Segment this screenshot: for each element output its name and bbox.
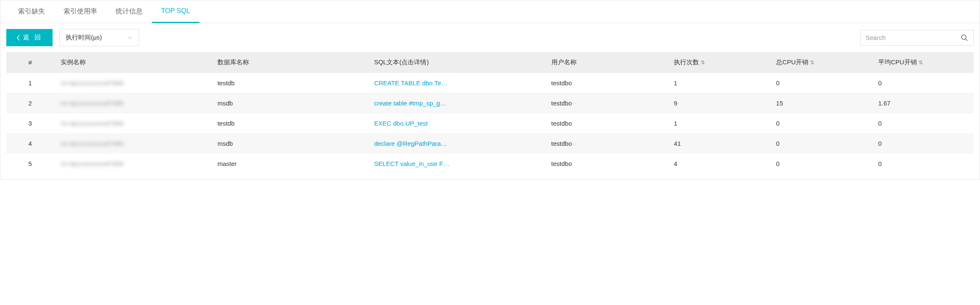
tab-top-sql[interactable]: TOP SQL: [152, 0, 199, 23]
col-header-cpu-total[interactable]: 总CPU开销⇅: [769, 52, 871, 73]
cell-sql[interactable]: SELECT value_in_use F…: [367, 154, 544, 174]
cell-instance: rm-bp1xxxxxxxv87889: [54, 73, 211, 93]
col-header-cpu-avg[interactable]: 平均CPU开销⇅: [871, 52, 974, 73]
back-button[interactable]: 返 回: [6, 29, 53, 46]
metric-select[interactable]: 执行时间(μs): [59, 29, 139, 46]
cell-cpu-avg: 0: [871, 73, 974, 93]
cell-sql[interactable]: declare @RegPathPara…: [367, 134, 544, 154]
cell-exec-count: 4: [667, 154, 769, 174]
cell-cpu-avg: 0: [871, 134, 974, 154]
chevron-left-icon: [16, 35, 21, 41]
cell-instance: rm-bp1xxxxxxxv87889: [54, 93, 211, 113]
cell-index: 3: [6, 113, 54, 134]
cell-exec-count: 9: [667, 93, 769, 113]
cell-cpu-total: 0: [769, 73, 871, 93]
cell-database: msdb: [211, 93, 368, 113]
cell-cpu-total: 0: [769, 134, 871, 154]
cell-cpu-avg: 0: [871, 154, 974, 174]
cell-index: 4: [6, 134, 54, 154]
back-button-label: 返 回: [23, 34, 42, 42]
cell-sql[interactable]: CREATE TABLE dbo.Te…: [367, 73, 544, 93]
cell-instance: rm-bp1xxxxxxxv87889: [54, 113, 211, 134]
cell-user: testdbo: [545, 154, 667, 174]
chevron-down-icon: [127, 35, 133, 41]
cell-instance: rm-bp1xxxxxxxv87889: [54, 134, 211, 154]
cell-exec-count: 41: [667, 134, 769, 154]
cell-cpu-total: 15: [769, 93, 871, 113]
cell-database: msdb: [211, 134, 368, 154]
col-header-database: 数据库名称: [211, 52, 368, 73]
table-row: 1rm-bp1xxxxxxxv87889testdbCREATE TABLE d…: [6, 73, 974, 93]
table-row: 3rm-bp1xxxxxxxv87889testdbEXEC dbo.UP_te…: [6, 113, 974, 134]
table-row: 4rm-bp1xxxxxxxv87889msdbdeclare @RegPath…: [6, 134, 974, 154]
sort-icon: ⇅: [701, 60, 705, 66]
cell-sql[interactable]: EXEC dbo.UP_test: [367, 113, 544, 134]
cell-cpu-avg: 0: [871, 113, 974, 134]
cell-cpu-total: 0: [769, 113, 871, 134]
cell-index: 1: [6, 73, 54, 93]
col-header-index: #: [6, 52, 54, 73]
tab-statistics[interactable]: 统计信息: [106, 0, 152, 23]
cell-user: testdbo: [545, 134, 667, 154]
cell-cpu-avg: 1.67: [871, 93, 974, 113]
cell-exec-count: 1: [667, 73, 769, 93]
search-input[interactable]: [866, 34, 961, 41]
sql-table: # 实例名称 数据库名称 SQL文本(点击详情) 用户名称 执行次数⇅ 总CPU…: [6, 52, 974, 174]
cell-user: testdbo: [545, 73, 667, 93]
col-header-sql: SQL文本(点击详情): [367, 52, 544, 73]
table-row: 2rm-bp1xxxxxxxv87889msdbcreate table #tm…: [6, 93, 974, 113]
table-row: 5rm-bp1xxxxxxxv87889masterSELECT value_i…: [6, 154, 974, 174]
cell-user: testdbo: [545, 93, 667, 113]
sort-icon: ⇅: [810, 60, 814, 66]
cell-database: master: [211, 154, 368, 174]
search-box[interactable]: [860, 30, 974, 46]
toolbar: 返 回 执行时间(μs): [0, 23, 980, 52]
sort-icon: ⇅: [919, 60, 923, 66]
cell-user: testdbo: [545, 113, 667, 134]
cell-database: testdb: [211, 113, 368, 134]
cell-index: 5: [6, 154, 54, 174]
tab-index-missing[interactable]: 索引缺失: [9, 0, 54, 23]
svg-point-0: [961, 35, 966, 39]
cell-exec-count: 1: [667, 113, 769, 134]
svg-line-1: [966, 39, 967, 41]
tab-index-usage[interactable]: 索引使用率: [54, 0, 106, 23]
col-header-instance: 实例名称: [54, 52, 211, 73]
cell-sql[interactable]: create table #tmp_sp_g…: [367, 93, 544, 113]
cell-database: testdb: [211, 73, 368, 93]
tab-bar: 索引缺失 索引使用率 统计信息 TOP SQL: [0, 0, 980, 23]
cell-cpu-total: 0: [769, 154, 871, 174]
metric-select-value: 执行时间(μs): [66, 34, 102, 42]
col-header-user: 用户名称: [545, 52, 667, 73]
search-icon: [961, 34, 968, 42]
cell-index: 2: [6, 93, 54, 113]
col-header-exec-count[interactable]: 执行次数⇅: [667, 52, 769, 73]
cell-instance: rm-bp1xxxxxxxv87889: [54, 154, 211, 174]
